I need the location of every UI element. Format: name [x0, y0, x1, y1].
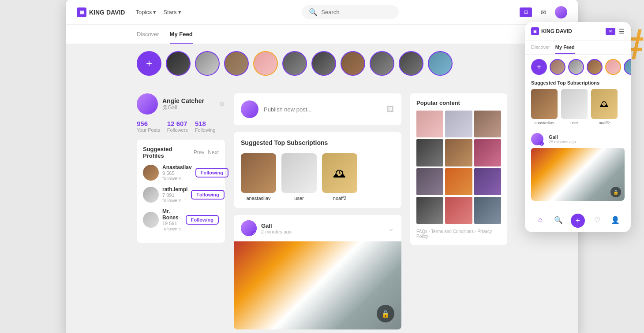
tab-discover[interactable]: Discover	[137, 25, 159, 44]
post-more-btn[interactable]: ⌄	[388, 223, 394, 233]
subscriptions-box: Suggested Top Subscriptions anastasiiav …	[234, 132, 401, 208]
stars-menu[interactable]: Stars ▾	[163, 9, 181, 15]
image-upload-icon[interactable]: 🖼	[386, 105, 394, 114]
follow-btn-2[interactable]: Following	[186, 215, 219, 225]
publish-input[interactable]	[264, 106, 381, 113]
sub-name-2: noaff2	[333, 196, 346, 201]
sub-avatar-1	[281, 153, 317, 193]
settings-icon[interactable]: ⚙	[219, 100, 225, 107]
mail-btn[interactable]: ✉	[537, 7, 550, 17]
popular-thumb-3[interactable]	[416, 139, 443, 166]
mobile-tab-discover[interactable]: Discover	[531, 44, 550, 54]
left-sidebar: Angie Catcher @Gall ⚙ 956 Your Posts 12 …	[137, 93, 225, 329]
story-2[interactable]	[195, 51, 220, 76]
prev-btn[interactable]: Prev	[194, 149, 205, 155]
content-area: + Angie Catcher	[66, 44, 578, 333]
mobile-sub-0[interactable]: anastasiiav	[531, 89, 558, 125]
profile-stats: 956 Your Posts 12 607 Followers 518 Foll…	[137, 120, 225, 133]
story-8[interactable]	[370, 51, 394, 76]
mobile-nav-icons: ✉ ☰	[606, 28, 625, 35]
mobile-home-btn[interactable]: ⌂	[534, 214, 547, 226]
sp-info-1: rath.lempi 7 091 followers	[162, 186, 187, 203]
popular-thumb-10[interactable]	[445, 197, 472, 224]
story-7[interactable]	[341, 51, 365, 76]
popular-thumb-2[interactable]	[474, 111, 501, 137]
sub-item-0[interactable]: anastasiiav	[241, 153, 276, 201]
sp-followers-1: 7 091 followers	[162, 192, 187, 203]
mobile-story-5[interactable]	[624, 59, 631, 75]
mobile-add-post-btn[interactable]: +	[571, 214, 585, 228]
following-label: Following	[195, 127, 215, 133]
mobile-story-2[interactable]	[568, 59, 584, 75]
topics-menu[interactable]: Topics ▾	[135, 9, 156, 15]
logo-icon: ▣	[77, 7, 86, 17]
story-9[interactable]	[399, 51, 423, 76]
mobile-profile-btn[interactable]: 👤	[609, 214, 622, 226]
terms-link[interactable]: Terms and Conditions	[431, 229, 474, 234]
suggested-profiles-title: Suggested Profiles	[143, 146, 194, 159]
footer-links: FAQs · Terms and Conditions · Privacy Po…	[416, 229, 501, 239]
mobile-search-btn[interactable]: 🔍	[552, 214, 565, 226]
mobile-story-1[interactable]	[550, 59, 565, 75]
popular-thumb-11[interactable]	[474, 197, 501, 224]
search-bar[interactable]: 🔍	[302, 5, 399, 19]
verified-badge: ✓	[251, 231, 257, 236]
sub-avatar-2: 🕰	[322, 153, 357, 193]
popular-thumb-1[interactable]	[445, 111, 472, 137]
stat-followers: 12 607 Followers	[167, 120, 188, 133]
search-input[interactable]	[321, 9, 392, 15]
profile-top: Angie Catcher @Gall ⚙	[137, 93, 225, 115]
mobile-mail-btn[interactable]: ✉	[606, 28, 615, 35]
stories-row: +	[66, 44, 578, 76]
plus-icon: +	[146, 57, 152, 70]
popular-thumb-5[interactable]	[474, 139, 501, 166]
story-5[interactable]	[282, 51, 307, 76]
sub-item-1[interactable]: user	[281, 153, 317, 201]
mobile-sub-avatar-2: 🕰	[591, 89, 618, 119]
story-3[interactable]	[224, 51, 249, 76]
posts-count: 956	[137, 120, 160, 127]
story-1[interactable]	[166, 51, 191, 76]
popular-thumb-6[interactable]	[416, 168, 443, 195]
mobile-sub-1[interactable]: user	[561, 89, 588, 125]
next-btn[interactable]: Next	[208, 149, 219, 155]
mobile-verified-badge: ✓	[539, 141, 544, 146]
mobile-logo: ▣ KING DAVID	[531, 27, 606, 35]
popular-thumb-0[interactable]	[416, 111, 443, 137]
subscriptions-title: Suggested Top Subscriptions	[241, 139, 394, 146]
popular-thumb-7[interactable]	[445, 168, 472, 195]
following-count: 518	[195, 120, 215, 127]
publish-avatar	[241, 100, 258, 118]
profile-name: Angie Catcher	[162, 97, 204, 104]
stars-label: Stars	[163, 9, 176, 15]
suggested-profiles-card: Suggested Profiles Prev Next Anastasiiav…	[137, 140, 225, 243]
faqs-link[interactable]: FAQs	[416, 229, 427, 234]
user-avatar[interactable]	[555, 6, 567, 18]
mobile-tab-my-feed[interactable]: My Feed	[555, 44, 575, 54]
mobile-story-4[interactable]	[605, 59, 621, 75]
story-6[interactable]	[311, 51, 336, 76]
sp-followers-2: 19 591 followers	[162, 221, 182, 231]
notifications-btn[interactable]: ⊞	[520, 7, 532, 17]
mobile-add-story[interactable]: +	[531, 59, 547, 75]
sub-item-2[interactable]: 🕰 noaff2	[322, 153, 357, 201]
mobile-menu-icon[interactable]: ☰	[619, 28, 625, 35]
mobile-heart-btn[interactable]: ♡	[591, 214, 603, 226]
stars-chevron: ▾	[178, 9, 181, 15]
main-layout: Angie Catcher @Gall ⚙ 956 Your Posts 12 …	[66, 85, 578, 333]
mobile-story-3[interactable]	[587, 59, 603, 75]
story-4[interactable]	[253, 51, 278, 76]
nav-right: ⊞ ✉	[520, 6, 567, 18]
mobile-sub-2[interactable]: 🕰 noaff2	[591, 89, 618, 125]
popular-thumb-8[interactable]	[474, 168, 501, 195]
sp-info-0: Anastasiiav 9 565 followers	[162, 164, 192, 181]
popular-thumb-9[interactable]	[416, 197, 443, 224]
popular-thumb-4[interactable]	[445, 139, 472, 166]
follow-btn-1[interactable]: Following	[191, 190, 224, 200]
add-story-btn[interactable]: +	[137, 51, 161, 76]
follow-btn-0[interactable]: Following	[195, 168, 228, 178]
story-10[interactable]	[428, 51, 453, 76]
mobile-sub-avatar-1	[561, 89, 588, 119]
user-avatar-img	[555, 6, 567, 18]
tab-my-feed[interactable]: My Feed	[170, 25, 193, 44]
